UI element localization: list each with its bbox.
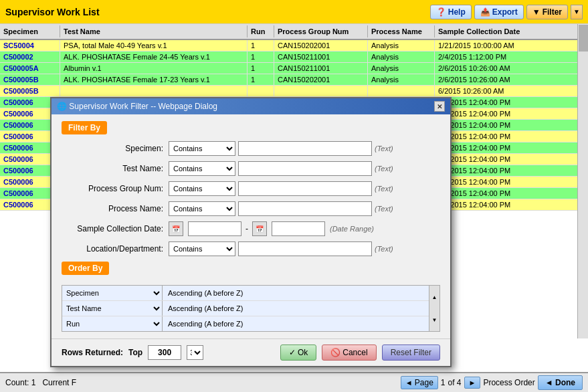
app-title: Supervisor Work List	[5, 7, 100, 17]
order-by-rows-wrapper: Specimen Test NameRunProcess Group Ascen…	[62, 286, 429, 331]
date-end-input[interactable]	[272, 221, 325, 236]
cell-date: 2/6/2015 10:26:00 AM	[435, 63, 588, 74]
location-filter-label: Location/Department:	[62, 244, 169, 254]
ok-icon: ✓	[289, 348, 296, 357]
done-button[interactable]: ◄ Done	[538, 375, 583, 390]
order-by-field-select[interactable]: Specimen Test NameRunProcess Group	[62, 286, 163, 300]
cell-date: 2/4/2015 1:12:00 PM	[435, 52, 588, 62]
current-filter-label: Current F	[42, 378, 76, 387]
cell-date: /11/2015 12:04:00 PM	[435, 120, 588, 130]
col-process-group: Process Group Num	[274, 25, 368, 37]
filter-by-section: Filter By Specimen: ContainsEqualsStarts…	[62, 121, 440, 256]
date-start-picker-button[interactable]: 📅	[169, 221, 183, 236]
cell-date: 2/6/2015 10:26:00 AM	[435, 74, 588, 85]
date-start-input[interactable]	[188, 221, 241, 236]
cell-date: 1/21/2015 10:00:00 AM	[435, 40, 588, 51]
specimen-filter-operator[interactable]: ContainsEqualsStarts With	[169, 141, 235, 156]
cell-run: 1	[248, 63, 274, 74]
table-header: Specimen Test Name Run Process Group Num…	[0, 24, 588, 40]
help-button[interactable]: ❓ Help	[430, 5, 472, 19]
process-name-filter-operator[interactable]: ContainsEqualsStarts With	[169, 201, 235, 216]
date-range-separator: -	[246, 224, 248, 233]
process-name-filter-input[interactable]	[238, 201, 372, 216]
done-label: Done	[555, 378, 575, 387]
cancel-button[interactable]: 🚫 Cancel	[322, 345, 376, 361]
page-of-label: of 4	[448, 378, 462, 387]
rows-value-input[interactable]	[148, 345, 181, 360]
filter-icon: ▼	[532, 7, 541, 17]
dialog-title-text: Supervisor Work Filter -- Webpage Dialog	[69, 102, 217, 111]
process-group-filter-input[interactable]	[238, 181, 372, 196]
location-filter-operator[interactable]: ContainsEqualsStarts With	[169, 241, 235, 256]
filter-by-header: Filter By	[62, 121, 107, 134]
col-specimen: Specimen	[0, 25, 60, 37]
test-name-filter-input[interactable]	[238, 161, 372, 176]
table-row[interactable]: C500002 ALK. PHOSHATASE Female 24-45 Yea…	[0, 52, 588, 63]
export-button[interactable]: 📤 Export	[474, 5, 524, 19]
process-order-label: Process Order	[483, 378, 534, 387]
order-by-scrollbar[interactable]: ▲▼	[429, 286, 439, 331]
test-name-filter-label: Test Name:	[62, 164, 169, 173]
cell-process-name: Analysis	[368, 40, 435, 51]
process-name-filter-row: Process Name: ContainsEqualsStarts With …	[62, 201, 440, 216]
rows-select[interactable]: 300100500	[187, 345, 203, 360]
col-test-name: Test Name	[60, 25, 248, 37]
filter-small-button[interactable]: ▼	[571, 5, 583, 19]
cell-date: /11/2015 12:04:00 PM	[435, 154, 588, 165]
order-by-field-select[interactable]: Run Test NameRunProcess Group	[62, 316, 163, 331]
process-group-filter-operator[interactable]: ContainsEqualsStarts With	[169, 181, 235, 196]
done-arrow-icon: ◄	[545, 378, 555, 387]
dialog-close-button[interactable]: ✕	[434, 101, 445, 112]
cell-process-group: CAN150211001	[274, 52, 368, 62]
order-by-direction: Ascending (A before Z)	[163, 303, 429, 314]
cell-date: /11/2015 12:04:00 PM	[435, 199, 588, 210]
cell-process-group	[274, 86, 368, 96]
cell-specimen: C500005B	[0, 74, 60, 85]
cell-date: /11/2015 12:04:00 PM	[435, 142, 588, 153]
scrollbar[interactable]	[577, 24, 588, 338]
test-name-filter-row: Test Name: ContainsEqualsStarts With (Te…	[62, 161, 440, 176]
specimen-filter-label: Specimen:	[62, 144, 169, 153]
scrollbar-thumb[interactable]	[579, 25, 588, 52]
scroll-up-button[interactable]: ▲	[429, 286, 439, 308]
filter-button[interactable]: ▼ Filter	[526, 5, 568, 19]
order-by-header: Order By	[62, 262, 109, 275]
cell-process-name	[368, 86, 435, 96]
cell-date: /11/2015 12:04:00 PM	[435, 188, 588, 199]
specimen-filter-input[interactable]	[238, 141, 372, 156]
cancel-icon: 🚫	[330, 348, 340, 357]
ok-button[interactable]: ✓ Ok	[280, 345, 316, 361]
scroll-down-button[interactable]: ▼	[429, 308, 439, 331]
dialog-title-content: 🌐 Supervisor Work Filter -- Webpage Dial…	[57, 102, 217, 111]
specimen-filter-hint: (Text)	[375, 144, 393, 153]
location-filter-hint: (Text)	[375, 245, 393, 253]
order-by-section: Order By Specimen Test NameRunProcess Gr…	[62, 262, 440, 332]
page-prev-button[interactable]: ◄ Page	[401, 376, 438, 389]
filter-label: Filter	[543, 7, 562, 17]
date-end-picker-button[interactable]: 📅	[252, 221, 267, 236]
cell-process-name: Analysis	[368, 63, 435, 74]
cell-run	[248, 86, 274, 96]
table-row[interactable]: C500005A Albumin v.1 1 CAN150211001 Anal…	[0, 63, 588, 74]
order-by-direction: Ascending (A before Z)	[163, 318, 429, 329]
location-filter-input[interactable]	[238, 241, 372, 256]
cell-run: 1	[248, 52, 274, 62]
cell-specimen: SC50004	[0, 40, 60, 51]
cancel-label: Cancel	[342, 348, 367, 357]
page-next-button[interactable]: ►	[464, 377, 481, 389]
table-row[interactable]: C500005B 6/2015 10:26:00 AM	[0, 86, 588, 97]
count-label: Count: 1	[5, 378, 35, 387]
table-row[interactable]: SC50004 PSA, total Male 40-49 Years v.1 …	[0, 40, 588, 52]
test-name-filter-operator[interactable]: ContainsEqualsStarts With	[169, 161, 235, 176]
cell-specimen: C500005B	[0, 86, 60, 96]
location-filter-row: Location/Department: ContainsEqualsStart…	[62, 241, 440, 256]
table-row[interactable]: C500005B ALK. PHOSHATASE Female 17-23 Ye…	[0, 74, 588, 86]
date-range-hint: (Date Range)	[330, 225, 374, 233]
cell-specimen: C500002	[0, 52, 60, 62]
dialog-body: Filter By Specimen: ContainsEqualsStarts…	[52, 114, 450, 338]
cell-process-group: CAN150202001	[274, 40, 368, 51]
order-by-field-select[interactable]: Test Name Test NameRunProcess Group	[62, 301, 163, 316]
reset-label: Reset Filter	[391, 348, 431, 357]
reset-filter-button[interactable]: Reset Filter	[382, 345, 440, 361]
page-label: Page	[415, 378, 433, 387]
